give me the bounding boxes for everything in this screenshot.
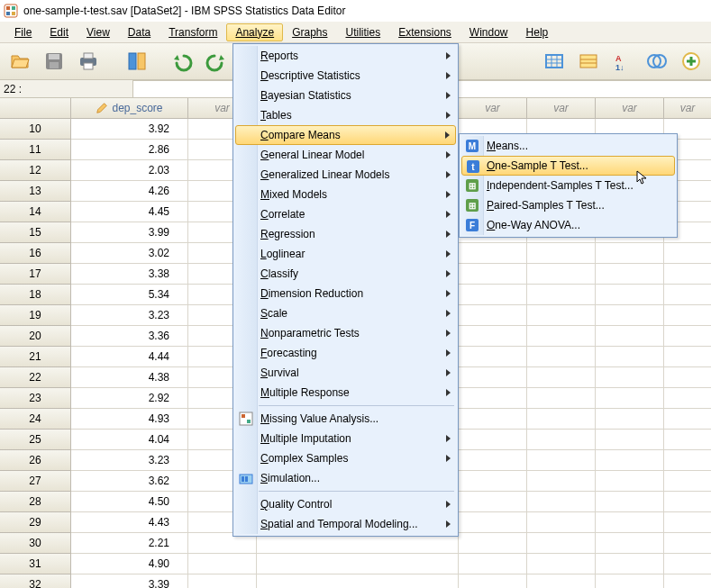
print-icon[interactable]: [74, 47, 103, 76]
submenu-item-one-sample-t-test[interactable]: tOne-Sample T Test...: [461, 156, 675, 176]
menu-item-generalized-linear-models[interactable]: Generalized Linear Models: [235, 165, 456, 185]
data-cell-empty[interactable]: [188, 554, 257, 574]
data-cell-empty[interactable]: [596, 264, 664, 285]
menu-item-scale[interactable]: Scale: [235, 303, 456, 323]
data-cell[interactable]: 4.43: [71, 512, 188, 533]
row-header[interactable]: 11: [0, 140, 71, 160]
data-cell-empty[interactable]: [527, 264, 596, 285]
column-header-var[interactable]: var: [664, 98, 711, 119]
data-cell-empty[interactable]: [596, 492, 664, 512]
submenu-item-independent-samples-t-test[interactable]: ⊞Independent-Samples T Test...: [461, 176, 675, 195]
data-cell[interactable]: 2.86: [71, 140, 188, 160]
data-cell-empty[interactable]: [459, 243, 527, 264]
submenu-item-one-way-anova[interactable]: FOne-Way ANOVA...: [461, 215, 675, 235]
data-cell-empty[interactable]: [596, 243, 664, 264]
data-cell-empty[interactable]: [664, 574, 711, 588]
data-cell-empty[interactable]: [527, 471, 596, 492]
data-cell-empty[interactable]: [596, 305, 664, 326]
row-header[interactable]: 24: [0, 409, 71, 430]
data-cell[interactable]: 3.92: [71, 119, 188, 140]
add-icon[interactable]: [677, 47, 706, 76]
data-cell[interactable]: 4.93: [71, 409, 188, 430]
data-cell-empty[interactable]: [527, 450, 596, 471]
data-cell[interactable]: 4.45: [71, 202, 188, 222]
submenu-item-paired-samples-t-test[interactable]: ⊞Paired-Samples T Test...: [461, 195, 675, 215]
open-icon[interactable]: [5, 47, 34, 76]
row-header[interactable]: 17: [0, 264, 71, 285]
menu-item-correlate[interactable]: Correlate: [235, 204, 456, 224]
save-icon[interactable]: [40, 47, 68, 76]
data-cell-empty[interactable]: [527, 367, 596, 388]
data-cell-empty[interactable]: [664, 305, 711, 326]
menu-item-simulation[interactable]: Simulation...: [235, 468, 456, 488]
data-cell-empty[interactable]: [527, 430, 596, 450]
row-header[interactable]: 23: [0, 388, 71, 409]
menu-item-forecasting[interactable]: Forecasting: [235, 343, 456, 363]
data-cell-empty[interactable]: [596, 347, 664, 367]
data-cell-empty[interactable]: [257, 554, 459, 574]
menu-graphs[interactable]: Graphs: [283, 23, 336, 41]
data-cell-empty[interactable]: [596, 471, 664, 492]
menu-item-general-linear-model[interactable]: General Linear Model: [235, 145, 456, 165]
menu-item-mixed-models[interactable]: Mixed Models: [235, 185, 456, 204]
data-cell-empty[interactable]: [459, 305, 527, 326]
data-cell[interactable]: 4.44: [71, 347, 188, 367]
data-cell-empty[interactable]: [527, 347, 596, 367]
data-cell-empty[interactable]: [527, 409, 596, 430]
data-cell-empty[interactable]: [527, 285, 596, 305]
data-cell-empty[interactable]: [596, 533, 664, 554]
row-header[interactable]: 32: [0, 574, 71, 588]
data-cell-empty[interactable]: [596, 430, 664, 450]
row-header[interactable]: 22: [0, 367, 71, 388]
menu-item-descriptive-statistics[interactable]: Descriptive Statistics: [235, 66, 456, 86]
data-cell[interactable]: 3.39: [71, 574, 188, 588]
data-cell-empty[interactable]: [527, 574, 596, 588]
menu-item-survival[interactable]: Survival: [235, 363, 456, 383]
data-cell-empty[interactable]: [664, 347, 711, 367]
row-header[interactable]: 18: [0, 285, 71, 305]
menu-item-loglinear[interactable]: Loglinear: [235, 244, 456, 264]
data-cell-empty[interactable]: [188, 574, 257, 588]
data-cell-empty[interactable]: [596, 450, 664, 471]
menu-item-tables[interactable]: Tables: [235, 105, 456, 125]
data-cell-empty[interactable]: [664, 450, 711, 471]
menu-item-bayesian-statistics[interactable]: Bayesian Statistics: [235, 86, 456, 105]
column-header-var[interactable]: var: [527, 98, 596, 119]
menu-item-spatial-and-temporal-modeling[interactable]: Spatial and Temporal Modeling...: [235, 514, 456, 534]
grid2-icon[interactable]: [574, 47, 603, 76]
data-cell[interactable]: 4.90: [71, 554, 188, 574]
data-cell[interactable]: 4.26: [71, 181, 188, 202]
menu-data[interactable]: Data: [119, 23, 160, 41]
data-cell[interactable]: 3.23: [71, 450, 188, 471]
data-cell-empty[interactable]: [664, 554, 711, 574]
data-cell-empty[interactable]: [664, 264, 711, 285]
menu-item-dimension-reduction[interactable]: Dimension Reduction: [235, 284, 456, 303]
data-cell-empty[interactable]: [459, 574, 527, 588]
data-cell-empty[interactable]: [664, 326, 711, 347]
data-cell-empty[interactable]: [596, 388, 664, 409]
data-cell-empty[interactable]: [596, 574, 664, 588]
data-cell-empty[interactable]: [664, 285, 711, 305]
data-cell-empty[interactable]: [596, 554, 664, 574]
menu-view[interactable]: View: [77, 23, 119, 41]
column-header-depscore[interactable]: dep_score: [71, 98, 188, 119]
data-cell[interactable]: 3.36: [71, 326, 188, 347]
submenu-item-means[interactable]: MMeans...: [461, 136, 675, 156]
data-cell-empty[interactable]: [527, 243, 596, 264]
menu-item-multiple-imputation[interactable]: Multiple Imputation: [235, 429, 456, 448]
data-cell-empty[interactable]: [459, 512, 527, 533]
row-header[interactable]: 27: [0, 471, 71, 492]
data-cell[interactable]: 5.34: [71, 285, 188, 305]
data-cell-empty[interactable]: [527, 326, 596, 347]
row-header[interactable]: 16: [0, 243, 71, 264]
data-cell-empty[interactable]: [459, 430, 527, 450]
data-cell[interactable]: 4.50: [71, 492, 188, 512]
data-cell-empty[interactable]: [459, 554, 527, 574]
row-header[interactable]: 26: [0, 450, 71, 471]
data-cell[interactable]: 4.04: [71, 430, 188, 450]
menu-item-quality-control[interactable]: Quality Control: [235, 494, 456, 514]
data-cell-empty[interactable]: [664, 533, 711, 554]
data-cell-empty[interactable]: [596, 512, 664, 533]
data-cell-empty[interactable]: [596, 367, 664, 388]
menu-item-compare-means[interactable]: Compare Means: [235, 125, 456, 145]
